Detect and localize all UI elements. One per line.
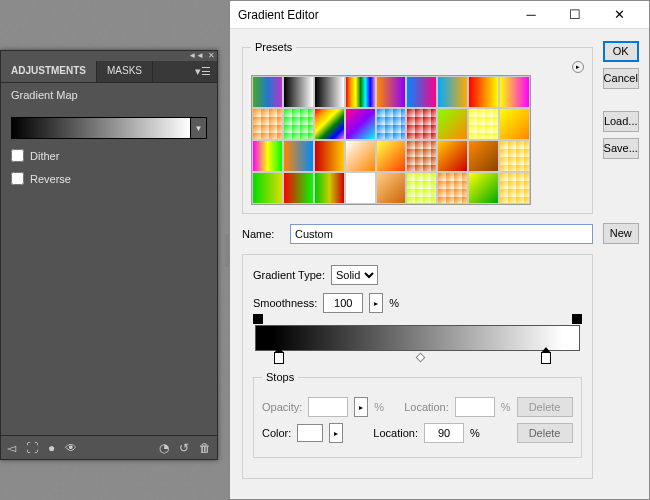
smoothness-label: Smoothness: bbox=[253, 297, 317, 309]
gradient-preview-bar[interactable] bbox=[11, 117, 191, 139]
name-input[interactable] bbox=[290, 224, 593, 244]
preset-swatch[interactable] bbox=[406, 108, 437, 140]
tab-adjustments[interactable]: ADJUSTMENTS bbox=[1, 61, 97, 82]
color-stop-1[interactable] bbox=[274, 352, 284, 364]
preset-swatch[interactable] bbox=[314, 76, 345, 108]
preset-swatch[interactable] bbox=[499, 76, 530, 108]
smoothness-input[interactable] bbox=[323, 293, 363, 313]
panel-menu-icon[interactable]: ▾☰ bbox=[189, 61, 217, 82]
presets-grid bbox=[251, 75, 531, 205]
preset-swatch[interactable] bbox=[345, 172, 376, 204]
gradient-map-preview[interactable]: ▼ bbox=[11, 117, 207, 139]
preset-swatch[interactable] bbox=[376, 76, 407, 108]
close-button[interactable]: ✕ bbox=[597, 1, 641, 29]
gradient-bar[interactable] bbox=[255, 325, 580, 351]
cancel-button[interactable]: Cancel bbox=[603, 68, 639, 89]
preset-swatch[interactable] bbox=[252, 76, 283, 108]
preset-swatch[interactable] bbox=[252, 108, 283, 140]
opacity-stop-right[interactable] bbox=[572, 314, 582, 324]
pct-label: % bbox=[501, 401, 511, 413]
preset-swatch[interactable] bbox=[376, 172, 407, 204]
preset-swatch[interactable] bbox=[437, 172, 468, 204]
preset-swatch[interactable] bbox=[406, 172, 437, 204]
preset-swatch[interactable] bbox=[376, 108, 407, 140]
preset-swatch[interactable] bbox=[468, 172, 499, 204]
ok-button[interactable]: OK bbox=[603, 41, 639, 62]
preset-swatch[interactable] bbox=[499, 172, 530, 204]
save-button[interactable]: Save... bbox=[603, 138, 639, 159]
opacity-spinner: ▸ bbox=[354, 397, 368, 417]
new-button[interactable]: New bbox=[603, 223, 639, 244]
preset-swatch[interactable] bbox=[314, 108, 345, 140]
opacity-input bbox=[308, 397, 348, 417]
preset-swatch[interactable] bbox=[345, 108, 376, 140]
footer-back-icon[interactable]: ◅ bbox=[7, 441, 16, 455]
footer-trash-icon[interactable]: 🗑 bbox=[199, 441, 211, 455]
load-button[interactable]: Load... bbox=[603, 111, 639, 132]
adjustment-type-title: Gradient Map bbox=[1, 83, 217, 107]
opacity-stop-left[interactable] bbox=[253, 314, 263, 324]
color-picker-icon[interactable]: ▸ bbox=[329, 423, 343, 443]
footer-visibility-icon[interactable]: 👁 bbox=[65, 441, 77, 455]
gradient-dropdown-icon[interactable]: ▼ bbox=[191, 117, 207, 139]
dither-checkbox-row[interactable]: Dither bbox=[11, 149, 207, 162]
preset-swatch[interactable] bbox=[314, 140, 345, 172]
dialog-title: Gradient Editor bbox=[238, 8, 509, 22]
tab-masks[interactable]: MASKS bbox=[97, 61, 153, 82]
color-delete-button[interactable]: Delete bbox=[517, 423, 573, 443]
preset-swatch[interactable] bbox=[437, 140, 468, 172]
preset-swatch[interactable] bbox=[468, 140, 499, 172]
panel-footer: ◅ ⛶ ● 👁 ◔ ↺ 🗑 bbox=[1, 435, 217, 459]
preset-swatch[interactable] bbox=[345, 76, 376, 108]
preset-swatch[interactable] bbox=[499, 140, 530, 172]
presets-legend: Presets bbox=[251, 41, 296, 53]
preset-swatch[interactable] bbox=[406, 140, 437, 172]
opacity-location-input bbox=[455, 397, 495, 417]
preset-swatch[interactable] bbox=[406, 76, 437, 108]
preset-swatch[interactable] bbox=[252, 172, 283, 204]
opacity-location-label: Location: bbox=[404, 401, 449, 413]
preset-swatch[interactable] bbox=[283, 140, 314, 172]
preset-swatch[interactable] bbox=[468, 76, 499, 108]
footer-clip-icon[interactable]: ◔ bbox=[159, 441, 169, 455]
stops-legend: Stops bbox=[262, 371, 298, 383]
panel-tabs: ADJUSTMENTS MASKS ▾☰ bbox=[1, 61, 217, 83]
color-stop-2[interactable] bbox=[541, 352, 551, 364]
preset-swatch[interactable] bbox=[376, 140, 407, 172]
pct-label: % bbox=[389, 297, 399, 309]
preset-swatch[interactable] bbox=[252, 140, 283, 172]
footer-expand-icon[interactable]: ⛶ bbox=[26, 441, 38, 455]
smoothness-spinner[interactable]: ▸ bbox=[369, 293, 383, 313]
minimize-button[interactable]: ─ bbox=[509, 1, 553, 29]
gradient-editor-dialog: Gradient Editor ─ ☐ ✕ Presets ▸ bbox=[229, 0, 650, 500]
dialog-titlebar[interactable]: Gradient Editor ─ ☐ ✕ bbox=[230, 1, 649, 29]
preset-swatch[interactable] bbox=[468, 108, 499, 140]
reverse-checkbox-row[interactable]: Reverse bbox=[11, 172, 207, 185]
panel-close-icon[interactable]: ✕ bbox=[208, 51, 215, 61]
presets-menu-icon[interactable]: ▸ bbox=[572, 61, 584, 73]
name-label: Name: bbox=[242, 228, 282, 240]
preset-swatch[interactable] bbox=[283, 172, 314, 204]
midpoint-marker[interactable] bbox=[416, 353, 426, 363]
reverse-checkbox[interactable] bbox=[11, 172, 24, 185]
preset-swatch[interactable] bbox=[283, 108, 314, 140]
color-location-input[interactable] bbox=[424, 423, 464, 443]
preset-swatch[interactable] bbox=[437, 108, 468, 140]
preset-swatch[interactable] bbox=[499, 108, 530, 140]
footer-reset-icon[interactable]: ↺ bbox=[179, 441, 189, 455]
footer-circle-icon[interactable]: ● bbox=[48, 441, 55, 455]
reverse-label: Reverse bbox=[30, 173, 71, 185]
gradient-edit-bar[interactable] bbox=[255, 325, 580, 351]
pct-label: % bbox=[470, 427, 480, 439]
color-location-label: Location: bbox=[373, 427, 418, 439]
panel-collapse-icon[interactable]: ◄◄ bbox=[188, 51, 204, 61]
preset-swatch[interactable] bbox=[314, 172, 345, 204]
preset-swatch[interactable] bbox=[283, 76, 314, 108]
maximize-button[interactable]: ☐ bbox=[553, 1, 597, 29]
opacity-label: Opacity: bbox=[262, 401, 302, 413]
preset-swatch[interactable] bbox=[345, 140, 376, 172]
color-swatch[interactable] bbox=[297, 424, 323, 442]
dither-checkbox[interactable] bbox=[11, 149, 24, 162]
gradient-type-select[interactable]: Solid bbox=[331, 265, 378, 285]
preset-swatch[interactable] bbox=[437, 76, 468, 108]
